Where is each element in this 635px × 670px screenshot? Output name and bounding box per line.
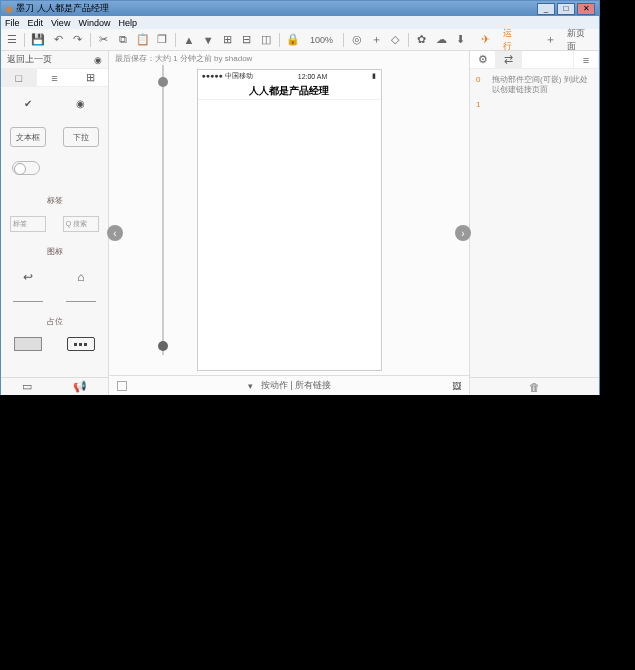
link-row[interactable]: 0 拖动部件空间(可嵌) 到此处以创建链接页面 xyxy=(476,75,593,96)
prev-page-button[interactable]: ‹ xyxy=(107,225,123,241)
right-tab-links[interactable]: ⇄ xyxy=(496,51,522,68)
widget-switch[interactable] xyxy=(12,161,40,175)
settings-icon[interactable]: ✿ xyxy=(415,32,428,47)
back-label[interactable]: 返回上一页 xyxy=(7,53,52,66)
menu-view[interactable]: View xyxy=(51,18,70,28)
menu-icon[interactable]: ☰ xyxy=(5,32,18,47)
lock-icon[interactable]: 🔒 xyxy=(286,32,300,47)
minimize-button[interactable]: _ xyxy=(537,3,555,15)
row-index: 1 xyxy=(476,100,486,109)
distribute-icon[interactable]: ⊟ xyxy=(240,32,253,47)
left-tab-list[interactable]: ≡ xyxy=(37,69,73,86)
save-icon[interactable]: 💾 xyxy=(31,32,45,47)
image-icon[interactable]: 🖼 xyxy=(452,381,461,391)
section-label-1: 标签 xyxy=(7,195,102,206)
widget-palette: ✔ ◉ 文本框 下拉 标签 标签 Q 搜索 图标 ↩ xyxy=(1,87,108,377)
target-icon[interactable]: ◎ xyxy=(350,32,363,47)
widget-radio[interactable]: ◉ xyxy=(63,93,99,113)
send-back-icon[interactable]: ▼ xyxy=(202,32,215,47)
slider-thumb-top[interactable] xyxy=(158,77,168,87)
widget-check[interactable]: ✔ xyxy=(10,93,46,113)
widget-icon-back[interactable]: ↩ xyxy=(10,267,46,287)
foot-select[interactable]: 按动作 | 所有链接 xyxy=(261,379,331,392)
widget-input-search[interactable]: Q 搜索 xyxy=(63,216,99,232)
right-panel: ⚙ ⇄ ≡ 0 拖动部件空间(可嵌) 到此处以创建链接页面 1 🗑 xyxy=(469,51,599,395)
right-tab-settings[interactable]: ⚙ xyxy=(470,51,496,68)
new-page-button[interactable]: 新页面 xyxy=(563,32,595,47)
align-icon[interactable]: ⊞ xyxy=(221,32,234,47)
plus-icon[interactable]: ＋ xyxy=(543,32,556,47)
save-info: 最后保存：大约 1 分钟之前 by shadow xyxy=(109,51,469,65)
link-icon[interactable]: ◇ xyxy=(389,32,402,47)
cut-icon[interactable]: ✂ xyxy=(97,32,110,47)
redo-icon[interactable]: ↷ xyxy=(71,32,84,47)
slider-thumb-bottom[interactable] xyxy=(158,341,168,351)
app-icon: ◉ xyxy=(5,4,13,14)
widget-line-2[interactable] xyxy=(66,301,96,302)
left-tab-grid[interactable]: ⊞ xyxy=(72,69,108,86)
left-tab-widgets[interactable]: □ xyxy=(1,69,37,86)
toolbar: ☰ 💾 ↶ ↷ ✂ ⧉ 📋 ❐ ▲ ▼ ⊞ ⊟ ◫ 🔒 100% ◎ ＋ ◇ ✿… xyxy=(1,29,599,51)
window-title: 人人都是产品经理 xyxy=(37,2,109,15)
status-time: 12:00 AM xyxy=(298,73,328,80)
widget-icon-home[interactable]: ⌂ xyxy=(63,267,99,287)
chevron-down-icon[interactable]: ▾ xyxy=(248,381,253,391)
widget-button-1[interactable]: 文本框 xyxy=(10,127,46,147)
paste-icon[interactable]: 📋 xyxy=(136,32,150,47)
target-small-icon[interactable]: ◉ xyxy=(94,55,102,65)
widget-button-2[interactable]: 下拉 xyxy=(63,127,99,147)
app-name: 墨刀 xyxy=(16,2,34,15)
cloud-icon[interactable]: ☁ xyxy=(434,32,447,47)
close-button[interactable]: ✕ xyxy=(577,3,595,15)
widget-input-1[interactable]: 标签 xyxy=(10,216,46,232)
row-text: 拖动部件空间(可嵌) 到此处以创建链接页面 xyxy=(492,75,593,96)
widget-line-1[interactable] xyxy=(13,301,43,302)
bring-front-icon[interactable]: ▲ xyxy=(182,32,195,47)
undo-icon[interactable]: ↶ xyxy=(51,32,64,47)
group-icon[interactable]: ◫ xyxy=(260,32,273,47)
zoom-level[interactable]: 100% xyxy=(306,32,337,47)
trash-icon[interactable]: 🗑 xyxy=(529,381,540,393)
section-label-3: 占位 xyxy=(7,316,102,327)
maximize-button[interactable]: □ xyxy=(557,3,575,15)
foot-announce-icon[interactable]: 📢 xyxy=(73,380,87,393)
phone-body[interactable] xyxy=(198,100,381,370)
section-label-2: 图标 xyxy=(7,246,102,257)
menu-file[interactable]: File xyxy=(5,18,20,28)
window-titlebar: ◉ 墨刀 人人都是产品经理 _ □ ✕ xyxy=(1,1,599,16)
widget-keyboard[interactable] xyxy=(67,337,95,351)
vertical-slider[interactable] xyxy=(159,65,167,355)
link-row[interactable]: 1 xyxy=(476,100,593,109)
right-tab-list[interactable]: ≡ xyxy=(573,51,599,68)
status-battery: ▮ xyxy=(372,72,376,80)
next-page-button[interactable]: › xyxy=(455,225,471,241)
add-icon[interactable]: ＋ xyxy=(369,32,382,47)
menu-help[interactable]: Help xyxy=(118,18,137,28)
left-panel: 返回上一页 ◉ □ ≡ ⊞ ✔ ◉ 文本框 下拉 xyxy=(1,51,109,395)
canvas-area: 最后保存：大约 1 分钟之前 by shadow ‹ ●●●●● 中国移动 12… xyxy=(109,51,469,395)
run-icon[interactable]: ✈ xyxy=(479,32,492,47)
phone-preview[interactable]: ●●●●● 中国移动 12:00 AM ▮ 人人都是产品经理 xyxy=(197,69,382,371)
foot-card-icon[interactable]: ▭ xyxy=(22,380,32,393)
row-index: 0 xyxy=(476,75,486,96)
row-text xyxy=(492,100,593,109)
menu-window[interactable]: Window xyxy=(78,18,110,28)
widget-box[interactable] xyxy=(14,337,42,351)
menu-edit[interactable]: Edit xyxy=(28,18,44,28)
select-all-checkbox[interactable] xyxy=(117,381,127,391)
phone-nav-title: 人人都是产品经理 xyxy=(198,82,381,100)
copy-icon[interactable]: ⧉ xyxy=(116,32,129,47)
run-button[interactable]: 运行 xyxy=(499,32,523,47)
duplicate-icon[interactable]: ❐ xyxy=(156,32,169,47)
download-icon[interactable]: ⬇ xyxy=(454,32,467,47)
status-carrier: ●●●●● 中国移动 xyxy=(202,71,253,81)
